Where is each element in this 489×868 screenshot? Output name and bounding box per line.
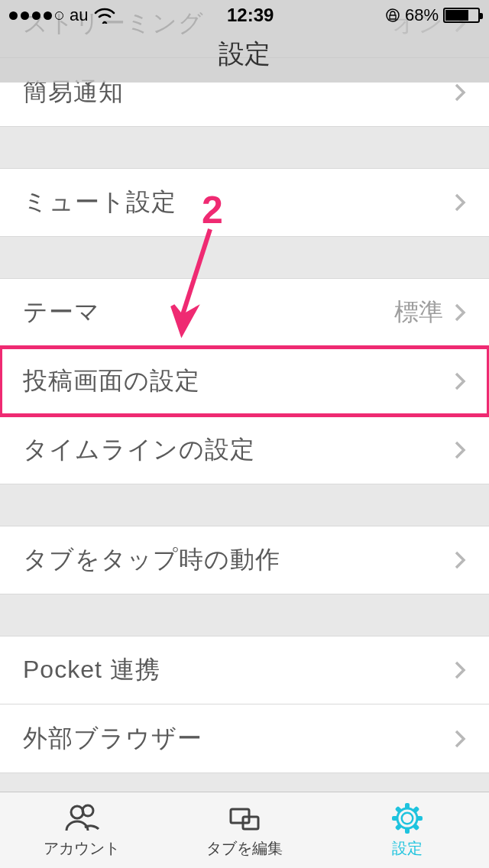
row-label: タイムラインの設定 [23,433,454,467]
chevron-right-icon [454,193,466,212]
settings-scroll-area[interactable]: ストリーミング オン 簡易通知 ミュート設定 テーマ 標準 投稿画面の設定 タイ… [0,0,489,792]
row-label: ミュート設定 [23,186,454,219]
row-value: 標準 [394,296,443,329]
tabs-icon [226,802,263,835]
row-label: タブをタップ時の動作 [23,543,454,577]
annotation-arrow-icon [168,222,229,347]
tab-label: アカウント [44,838,120,859]
row-theme[interactable]: テーマ 標準 [0,278,489,347]
svg-point-16 [403,814,412,823]
page-title: 設定 [219,37,270,72]
tab-label: 設定 [392,838,423,859]
svg-line-1 [182,229,210,317]
gear-icon [389,802,426,835]
row-external-browser[interactable]: 外部ブラウザー [0,704,489,773]
tab-bar: アカウント タブを編集 [0,792,489,868]
row-label: Pocket 連携 [23,653,454,687]
row-pocket[interactable]: Pocket 連携 [0,636,489,704]
tab-edit-tabs[interactable]: タブを編集 [163,792,325,868]
row-label: 投稿画面の設定 [23,364,454,398]
svg-point-2 [71,806,83,818]
wifi-icon [94,7,115,24]
status-left: au [9,5,115,25]
status-right: 68% [385,5,480,25]
row-mute-settings[interactable]: ミュート設定 [0,168,489,237]
chevron-right-icon [454,303,466,322]
row-timeline-settings[interactable]: タイムラインの設定 [0,416,489,484]
tab-label: タブを編集 [206,838,283,859]
clock: 12:39 [227,5,274,26]
annotation-number: 2 [202,188,223,232]
carrier-label: au [70,5,88,25]
battery-icon [443,8,480,23]
chevron-right-icon [454,440,466,460]
tab-account[interactable]: アカウント [0,792,163,868]
tab-settings[interactable]: 設定 [326,792,489,868]
row-label: 外部ブラウザー [23,722,454,756]
chevron-right-icon [454,371,466,391]
chevron-right-icon [454,550,466,570]
people-icon [63,802,100,835]
status-bar: au 12:39 68% [0,0,489,31]
signal-strength-icon [9,11,63,20]
chevron-right-icon [454,83,466,102]
row-compose-settings[interactable]: 投稿画面の設定 [0,347,489,416]
row-tab-tap-action[interactable]: タブをタップ時の動作 [0,526,489,594]
chevron-right-icon [454,660,466,680]
chevron-right-icon [454,729,466,749]
orientation-lock-icon [385,8,400,23]
battery-percentage: 68% [405,5,439,25]
